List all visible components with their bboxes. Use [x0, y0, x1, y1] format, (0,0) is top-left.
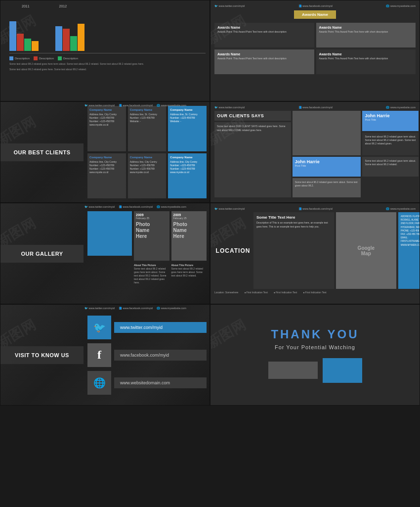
- chart-text-2: Some text about 99.2 related goes here. …: [9, 68, 206, 71]
- person2-title: Post Title: [295, 164, 359, 167]
- person1-name: John Harrie: [365, 113, 416, 118]
- thank-you-content: THANK YOU For Your Potential Watching: [268, 305, 362, 405]
- location-indicators: Location: Somewhere ● First Indication T…: [214, 291, 416, 294]
- facebook-link-6: 📘 www.facebook.com/myid: [298, 207, 333, 210]
- gallery-photo-name-1: PhotoNameHere: [136, 222, 168, 239]
- award-box-2: Awards Name Awards Point: This Award Poi…: [316, 23, 416, 47]
- chart-group-2012: [55, 24, 84, 51]
- location-title: Some Title Text Here: [256, 215, 331, 220]
- cell6-topbar: 🐦 www.twitter.com/myid 📘 www.facebook.co…: [214, 207, 416, 210]
- cell-thank-you: 新图网 THANK YOU For Your Potential Watchin…: [210, 304, 420, 406]
- client-detail-4: Address line, City ContryNumber: +123-45…: [89, 160, 124, 174]
- testimonial-text-box: Some text about OUR CLIENT SAYS related …: [214, 122, 291, 197]
- twitter-link-5: 🐦 www.twitter.com/myid: [84, 205, 115, 208]
- client-detail-5: Address line, City ContryNumber: +123-45…: [130, 160, 165, 174]
- twitter-link-2: 🐦 www.twitter.com/myid: [214, 4, 245, 7]
- award-desc-1: Awards Point: This Award Point Text here…: [217, 30, 311, 34]
- gallery-caption-2: About This PictureSome text about 99.2 r…: [171, 264, 207, 284]
- bar-2012-3: [70, 36, 77, 51]
- client-name-3: Company Name: [170, 108, 205, 112]
- testimonial-text-2: Some text about 96.2 related gave term a…: [362, 157, 419, 177]
- thank-gray-box: [268, 362, 318, 379]
- chart-text-1: Some text about 98.2 related goes here t…: [9, 62, 206, 66]
- location-description: Description of This is an example text g…: [256, 221, 331, 229]
- bar-2012-2: [63, 29, 70, 51]
- legend-item-3: Description: [58, 56, 78, 60]
- gallery-photos-row: 2009 February 25 PhotoNameHere 2009 Febr…: [87, 211, 207, 261]
- cell-bar-chart: 新图网 2011 2012 Desc: [0, 0, 210, 101]
- map-label: Google: [358, 245, 375, 251]
- facebook-link-2: 📘 www.facebook.com/myid: [298, 4, 333, 7]
- social-row-facebook: f www.facebook.com/myid: [87, 343, 207, 367]
- legend-label-3: Description: [63, 57, 78, 60]
- location-text-box: Some Title Text Here Description of This…: [253, 212, 334, 289]
- client-name-4: Company Name: [89, 155, 124, 159]
- web-link-6: 🌐 www.mywebsite.com: [386, 207, 416, 210]
- facebook-icon: f: [97, 348, 101, 362]
- indicator-1: ● First Indication Text: [244, 291, 267, 294]
- bar-2011-1: [9, 21, 16, 51]
- watermark-8: 新图网: [210, 316, 249, 353]
- web-icon: 🌐: [93, 377, 106, 389]
- legend-item-1: Description: [9, 56, 30, 60]
- facebook-link-5: 📘 www.facebook.com/myid: [119, 205, 153, 208]
- client-detail-6: Address line, City ContryNumber: +123-45…: [170, 160, 205, 174]
- client-card-4: Company Name Address line, City ContryNu…: [87, 153, 126, 199]
- cell2-topbar: 🐦 www.twitter.com/myid 📘 www.facebook.co…: [214, 4, 416, 7]
- web-link-2: 🌐 www.mywebsite.com: [386, 4, 416, 7]
- thank-you-subtitle: For Your Potential Watching: [275, 344, 355, 350]
- client-card-3: Company Name Address line, St. ContoryNu…: [168, 106, 207, 151]
- web-icon-box: 🌐: [87, 371, 111, 395]
- cell7-topbar: 🐦 www.twitter.com/myid 📘 www.facebook.co…: [84, 307, 208, 310]
- gallery-photo-1: 2009 February 25 PhotoNameHere: [134, 211, 169, 261]
- web-link-4: 🌐 www.mywebsite.com: [386, 106, 416, 109]
- visit-content: 🐦 www.twitter.com/myid f www.facebook.co…: [84, 305, 210, 405]
- legend-item-2: Description: [34, 56, 54, 60]
- client-name-2: Company Name: [130, 108, 165, 112]
- indicator-3: ● First Indication Text: [303, 291, 326, 294]
- location-address: ADDRESS: FLAT/FLAT1,ROOM11, ALANE TOWER,…: [398, 212, 420, 289]
- client-card-2: Company Name Address line, St. ContoryNu…: [128, 106, 167, 151]
- gallery-photo-name-2: PhotoNameHere: [173, 222, 205, 239]
- client-card-5: Company Name Address line, City ContryNu…: [128, 153, 167, 199]
- chart-legend: Description Description Description: [9, 56, 206, 60]
- award-desc-2: Awards Point: This Award Point Text here…: [319, 30, 413, 34]
- twitter-link-4: 🐦 www.twitter.com/myid: [214, 106, 245, 109]
- client-detail-2: Address line, St. ContoryNumber: +123-45…: [130, 113, 165, 123]
- facebook-link-7: 📘 www.facebook.com/myid: [119, 307, 153, 310]
- facebook-link-4: 📘 www.facebook.com/myid: [298, 106, 333, 109]
- gallery-captions: About This PictureSome text about 99.2 r…: [87, 264, 207, 284]
- client-name-1: Company Name: [89, 108, 124, 112]
- thank-blue-box: [323, 358, 362, 383]
- twitter-icon: 🐦: [93, 322, 106, 333]
- cell-location: 新图网 🐦 www.twitter.com/myid 📘 www.faceboo…: [210, 203, 420, 304]
- award-title-3: Awards Name: [217, 52, 311, 56]
- twitter-link-6: 🐦 www.twitter.com/myid: [214, 207, 245, 210]
- gallery-photo-2: 2009 February 25 PhotoNameHere: [171, 211, 207, 261]
- best-clients-label: OUR BEST CLIENTS: [0, 143, 84, 161]
- awards-grid: Awards Name Awards Point: This Award Poi…: [214, 23, 416, 74]
- bar-2012-1: [55, 26, 62, 51]
- client-detail-3: Address line, St. ContoryNumber: +123-45…: [170, 113, 205, 123]
- awards-header: Awards Name: [294, 10, 336, 19]
- cell4-topbar: 🐦 www.twitter.com/myid 📘 www.facebook.co…: [214, 106, 416, 109]
- facebook-link-bar: www.facebook.com/myid: [114, 350, 207, 361]
- location-map: Google Map: [336, 212, 396, 289]
- client-name-6: Company Name: [170, 155, 205, 159]
- year-label-2012: 2012: [59, 4, 67, 8]
- thank-you-bottom: [268, 358, 362, 383]
- clients-says-title: OUR CLIENTS SAYS: [217, 113, 289, 118]
- year-label-2011: 2011: [22, 4, 30, 8]
- location-grid: LOCATION Some Title Text Here Descriptio…: [214, 212, 416, 289]
- bar-2012-4: [78, 24, 84, 51]
- clients-cards-area: Company Name Address line, City ContryNu…: [84, 102, 210, 202]
- gallery-date-2: February 25: [173, 217, 205, 220]
- bar-chart: [9, 9, 206, 53]
- gallery-date-1: February 25: [136, 217, 168, 220]
- location-label-box: LOCATION: [214, 212, 252, 289]
- cell-visit: 新图网 🐦 www.twitter.com/myid 📘 www.faceboo…: [0, 304, 210, 406]
- bar-2011-2: [17, 34, 24, 51]
- facebook-link-3: 📘 www.facebook.com/myid: [119, 104, 153, 107]
- cell-best-clients: 新图网 🐦 www.twitter.com/myid 📘 www.faceboo…: [0, 101, 210, 203]
- clients-says-header-box: OUR CLIENTS SAYS: [214, 111, 291, 121]
